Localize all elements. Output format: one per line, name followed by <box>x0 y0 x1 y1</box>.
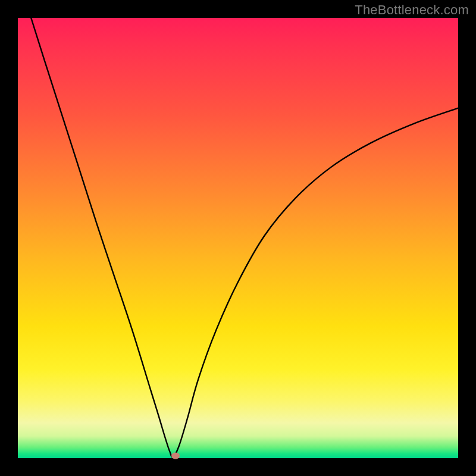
watermark-text: TheBottleneck.com <box>355 2 469 18</box>
optimum-marker <box>171 452 180 459</box>
bottleneck-curve <box>31 18 458 457</box>
plot-area <box>18 18 458 458</box>
curve-svg <box>18 18 458 458</box>
chart-frame: TheBottleneck.com <box>0 0 476 476</box>
